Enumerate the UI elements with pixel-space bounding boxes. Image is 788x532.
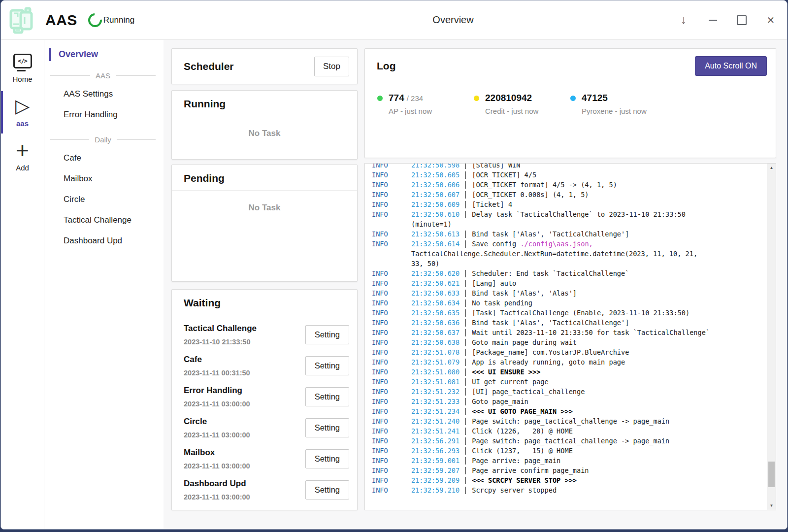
log-message: Bind task ['Alas', 'Alas'] (472, 289, 577, 297)
nav-item[interactable]: Mailbox (49, 168, 157, 189)
log-line: 33, 50) (372, 259, 767, 268)
log-level: INFO (372, 397, 411, 406)
stat-label: Pyroxene - just now (570, 107, 667, 115)
setting-button[interactable]: Setting (305, 449, 349, 468)
setting-button[interactable]: Setting (305, 418, 349, 437)
log-line: INFO 21:32:59.207Page arrive confirm pag… (372, 466, 767, 475)
setting-button[interactable]: Setting (305, 325, 349, 344)
log-line: INFO 21:32:50.635[Task] TacticalChalleng… (372, 308, 767, 318)
task-next-run: 2023-11-11 03:00:00 (184, 493, 250, 501)
stop-button[interactable]: Stop (314, 57, 349, 76)
log-message: Scrcpy server stopped (472, 486, 557, 494)
nav-group-daily: CafeMailboxCircleTactical ChallengeDashb… (49, 148, 157, 251)
maximize-icon[interactable] (736, 15, 747, 26)
log-level: INFO (372, 436, 411, 446)
log-message: [Task] TacticalChallenge (Enable, 2023-1… (472, 309, 690, 317)
task-next-run: 2023-11-11 03:00:00 (184, 400, 250, 408)
log-time: 21:32:50.638 (411, 338, 460, 346)
log-card: Log Auto Scroll ON 774 / 234 AP - jus (364, 48, 776, 158)
log-message: Save config ./config\aas.json, (472, 240, 593, 248)
log-line: INFO 21:32:59.001Page arrive: page_main (372, 456, 767, 466)
log-separator (465, 349, 466, 356)
rail-item-add[interactable]: + Add (1, 135, 44, 178)
waiting-task-row: Tactical Challenge 2023-11-10 21:33:50 S… (172, 319, 357, 350)
log-line: INFO 21:32:59.210Scrcpy server stopped (372, 485, 767, 495)
log-scrollbar[interactable]: ▲ ▼ (767, 164, 776, 510)
nav-item[interactable]: Dashboard Upd (49, 231, 157, 251)
log-separator (465, 280, 466, 287)
nav-item[interactable]: Tactical Challenge (49, 210, 157, 231)
log-line: (minute=1) (372, 219, 767, 229)
log-message: Bind task ['Alas', 'TacticalChallenge'] (472, 230, 629, 238)
log-line: INFO 21:32:50.633Bind task ['Alas', 'Ala… (372, 288, 767, 298)
log-level: INFO (372, 200, 411, 209)
log-line: INFO 21:32:50.613Bind task ['Alas', 'Tac… (372, 229, 767, 239)
window-controls: ↓ ✕ (678, 15, 776, 26)
page-title: Overview (432, 14, 473, 26)
log-separator (465, 329, 466, 336)
setting-button[interactable]: Setting (305, 480, 349, 499)
log-separator (465, 290, 466, 297)
app-window: AAS Running Overview ↓ ✕ </> Home ▷ aas (0, 0, 788, 530)
log-time: 21:32:50.598 (411, 163, 460, 169)
log-line: INFO 21:32:50.610Delay task `TacticalCha… (372, 209, 767, 219)
app-name: AAS (45, 12, 77, 29)
minimize-icon[interactable] (707, 15, 718, 26)
nav-item[interactable]: Cafe (49, 148, 157, 168)
log-level: INFO (372, 426, 411, 436)
content-area: Scheduler Stop Running No Task Pending N… (164, 40, 787, 529)
task-next-run: 2023-11-10 21:33:50 (184, 338, 257, 346)
setting-button[interactable]: Setting (305, 356, 349, 375)
log-separator (465, 368, 466, 376)
nav-item[interactable]: AAS Settings (49, 84, 157, 104)
log-line: INFO 21:32:50.638Goto main page during w… (372, 337, 767, 347)
log-line: INFO 21:32:50.609[Ticket] 4 (372, 200, 767, 209)
log-message: (minute=1) (411, 220, 452, 228)
log-separator (465, 408, 466, 415)
log-separator (465, 487, 466, 494)
scrollbar-thumb[interactable] (768, 462, 775, 487)
nav-item[interactable]: Error Handling (49, 104, 157, 125)
stat-label: AP - just now (377, 107, 474, 115)
setting-button[interactable]: Setting (305, 387, 349, 406)
rail-item-home[interactable]: </> Home (1, 49, 44, 89)
log-message: [Lang] auto (472, 279, 516, 287)
icon-rail: </> Home ▷ aas + Add (1, 40, 44, 529)
scrollbar-up-icon[interactable]: ▲ (767, 166, 776, 170)
log-level (372, 259, 411, 268)
log-line: INFO 21:32:56.291Page switch: page_tacti… (372, 436, 767, 446)
log-time: 21:32:50.613 (411, 230, 460, 238)
nav-group-aas: AAS SettingsError Handling (49, 84, 157, 125)
close-icon[interactable]: ✕ (765, 15, 776, 26)
hide-to-tray-icon[interactable]: ↓ (678, 15, 689, 26)
log-time: 21:32:59.207 (411, 466, 460, 474)
nav-item[interactable]: Circle (49, 189, 157, 210)
scrollbar-down-icon[interactable]: ▼ (767, 503, 776, 508)
log-time: 21:32:51.241 (411, 427, 460, 435)
auto-scroll-button[interactable]: Auto Scroll ON (695, 56, 767, 76)
waiting-header: Waiting (172, 290, 357, 315)
log-message: [Package_name] com.YostarJP.BlueArchive (472, 348, 629, 356)
rail-item-aas[interactable]: ▷ aas (1, 91, 44, 133)
log-time: 21:32:56.293 (411, 447, 460, 455)
log-separator (465, 319, 466, 327)
log-time: 21:32:51.081 (411, 378, 460, 386)
waiting-card: Waiting Tactical Challenge 2023-11-10 21… (171, 289, 358, 510)
nav-panel: Overview AAS AAS SettingsError Handling … (44, 40, 164, 529)
log-line: INFO 21:32:51.232[UI] page_tactical_chal… (372, 387, 767, 397)
stat-dot-icon (570, 96, 576, 101)
stat-suffix: / 234 (407, 94, 423, 102)
log-time: 21:32:51.080 (411, 368, 460, 376)
title-bar: AAS Running Overview ↓ ✕ (1, 0, 787, 40)
log-time: 21:32:59.210 (411, 486, 460, 494)
log-message: Scheduler: End task `TacticalChallenge` (472, 269, 629, 277)
nav-item-overview[interactable]: Overview (49, 48, 157, 61)
log-line: INFO 21:32:59.209<<< SCRCPY SERVER STOP … (372, 475, 767, 485)
log-time: 21:32:50.636 (411, 319, 460, 327)
log-line: INFO 21:32:51.240Page switch: page_tacti… (372, 416, 767, 426)
log-level: INFO (372, 239, 411, 249)
log-time: 21:32:50.606 (411, 181, 460, 189)
log-separator (465, 191, 466, 199)
main-area: </> Home ▷ aas + Add Overview AAS (1, 40, 787, 529)
home-monitor-icon: </> (13, 54, 32, 71)
